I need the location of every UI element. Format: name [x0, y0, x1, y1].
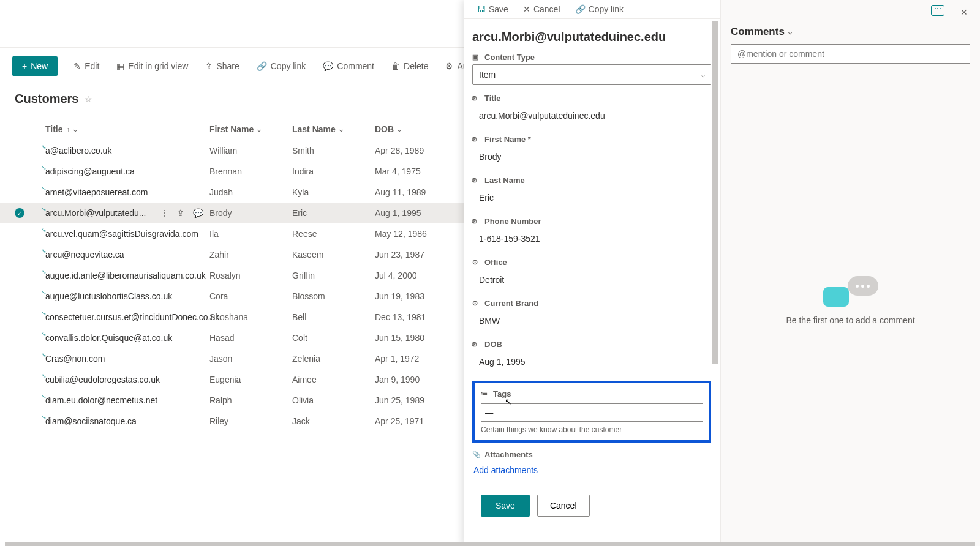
row-dob: Jun 19, 1983 [375, 291, 467, 301]
row-last-name: Blossom [292, 291, 375, 301]
row-last-name: Griffin [292, 271, 375, 280]
item-link-icon: ⤡ [42, 290, 47, 296]
row-first-name: Zahir [209, 250, 292, 260]
contenttype-icon: ▣ [472, 53, 481, 62]
row-title[interactable]: ⤡a@aclibero.co.uk [45, 146, 111, 155]
cancel-button[interactable]: Cancel [537, 495, 590, 517]
row-dob: Jun 15, 1980 [375, 333, 467, 343]
edit-grid-button[interactable]: ▦ Edit in grid view [109, 56, 195, 76]
item-link-icon: ⤡ [42, 373, 47, 379]
panel-save-button[interactable]: 🖫 Save [471, 2, 514, 17]
row-first-name: Brody [209, 208, 292, 218]
favorite-icon[interactable]: ☆ [85, 94, 92, 104]
row-dob: Apr 28, 1989 [375, 146, 467, 155]
comments-empty-state: Be the first one to add a comment [731, 64, 970, 537]
more-icon[interactable]: ⋮ [160, 208, 168, 218]
item-link-icon: ⤡ [42, 414, 47, 421]
item-link-icon: ⤡ [42, 248, 47, 254]
add-attachments-link[interactable]: Add attachments [472, 462, 712, 479]
flow-icon: ⚙ [445, 61, 453, 71]
last-name-field[interactable]: Eric [472, 187, 712, 208]
panel-close-button[interactable]: ✕ [958, 5, 970, 20]
comments-header[interactable]: Comments ⌵ [731, 26, 970, 38]
trash-icon: 🗑 [391, 61, 400, 71]
row-last-name: Jack [292, 416, 375, 426]
row-title[interactable]: ⤡arcu@nequevitae.ca [45, 250, 124, 260]
col-dob[interactable]: DOB ⌵ [375, 124, 467, 134]
comment-input[interactable] [731, 44, 970, 64]
edit-panel: 🖫 Save ✕ Cancel 🔗 Copy link arcu.Morbi@v… [464, 0, 980, 546]
col-title[interactable]: Title ↑ ⌵ [45, 124, 209, 134]
row-last-name: Bell [292, 312, 375, 322]
sort-asc-icon: ↑ [67, 125, 70, 133]
row-title[interactable]: ⤡arcu.vel.quam@sagittisDuisgravida.com [45, 229, 198, 239]
row-title[interactable]: ⤡augue@luctuslobortisClass.co.uk [45, 291, 172, 301]
comment-button[interactable]: 💬 Comment [315, 56, 382, 76]
panel-cancel-button[interactable]: ✕ Cancel [517, 2, 567, 17]
row-first-name: Shoshana [209, 312, 292, 322]
row-title[interactable]: ⤡amet@vitaeposuereat.com [45, 187, 148, 197]
phone-field[interactable]: 1-618-159-3521 [472, 228, 712, 249]
row-dob: Jul 4, 2000 [375, 271, 467, 280]
brand-field[interactable]: BMW [472, 310, 712, 331]
panel-scrollbar[interactable] [711, 21, 720, 486]
row-first-name: Ila [209, 229, 292, 239]
panel-heading: arcu.Morbi@vulputateduinec.edu [472, 24, 712, 53]
chevron-down-icon: ⌵ [701, 72, 705, 78]
comments-empty-text: Be the first one to add a comment [786, 315, 914, 325]
link-icon: 🔗 [257, 61, 267, 71]
edit-button[interactable]: ✎ Edit [66, 56, 107, 76]
row-title[interactable]: ⤡diam.eu.dolor@necmetus.net [45, 395, 157, 405]
content-type-select[interactable]: Item ⌵ [472, 64, 712, 85]
horizontal-scrollbar[interactable] [5, 542, 975, 546]
panel-copylink-button[interactable]: 🔗 Copy link [569, 2, 630, 17]
row-dob: Aug 11, 1989 [375, 187, 467, 197]
delete-button[interactable]: 🗑 Delete [384, 56, 435, 76]
row-last-name: Eric [292, 208, 375, 218]
row-last-name: Colt [292, 333, 375, 343]
first-name-field[interactable]: Brody [472, 146, 712, 167]
chevron-down-icon: ⌵ [74, 126, 77, 133]
scrollbar-thumb[interactable] [712, 21, 718, 364]
row-title[interactable]: ⤡Cras@non.com [45, 354, 105, 364]
copy-link-button[interactable]: 🔗 Copy link [249, 56, 314, 76]
new-button[interactable]: + New [12, 56, 58, 76]
tags-input[interactable] [481, 403, 703, 422]
office-field[interactable]: Detroit [472, 269, 712, 290]
row-dob: Mar 4, 1975 [375, 166, 467, 176]
comments-toggle-icon[interactable] [931, 5, 944, 16]
col-first-name[interactable]: First Name ⌵ [209, 124, 292, 134]
tags-description: Certain things we know about the custome… [481, 425, 703, 434]
row-title[interactable]: ⤡convallis.dolor.Quisque@at.co.uk [45, 333, 172, 343]
save-button[interactable]: Save [481, 495, 530, 517]
row-last-name: Smith [292, 146, 375, 155]
share-icon[interactable]: ⇪ [177, 208, 184, 218]
text-icon: ⎚ [472, 176, 481, 185]
row-title[interactable]: ⤡adipiscing@augueut.ca [45, 166, 135, 176]
row-first-name: Brennan [209, 166, 292, 176]
item-link-icon: ⤡ [42, 394, 47, 400]
link-icon: 🔗 [575, 4, 586, 14]
item-link-icon: ⤡ [42, 165, 47, 171]
row-selected-icon[interactable]: ✓ [15, 208, 24, 218]
row-title[interactable]: ⤡cubilia@eudoloregestas.co.uk [45, 375, 160, 384]
row-title[interactable]: ⤡diam@sociisnatoque.ca [45, 416, 137, 426]
row-title[interactable]: ⤡augue.id.ante@liberomaurisaliquam.co.uk [45, 271, 206, 280]
save-icon: 🖫 [477, 4, 486, 14]
item-link-icon: ⤡ [42, 185, 47, 192]
row-title[interactable]: ⤡consectetuer.cursus.et@tinciduntDonec.c… [45, 312, 219, 322]
panel-body[interactable]: arcu.Morbi@vulputateduinec.edu ▣Content … [464, 18, 720, 546]
chevron-down-icon: ⌵ [788, 29, 792, 36]
share-button[interactable]: ⇪ Share [198, 56, 246, 76]
tags-icon: ≔ [481, 390, 489, 398]
col-last-name[interactable]: Last Name ⌵ [292, 124, 375, 134]
row-dob: May 12, 1986 [375, 229, 467, 239]
comment-icon[interactable]: 💬 [193, 208, 203, 218]
row-first-name: Eugenia [209, 375, 292, 384]
row-title[interactable]: ⤡arcu.Morbi@vulputatedu... [45, 208, 146, 218]
grid-icon: ▦ [116, 61, 124, 71]
title-field[interactable]: arcu.Morbi@vulputateduinec.edu [472, 105, 712, 126]
pencil-icon: ✎ [74, 61, 81, 71]
row-dob: Apr 25, 1971 [375, 416, 467, 426]
dob-field[interactable]: Aug 1, 1995 [472, 351, 712, 372]
